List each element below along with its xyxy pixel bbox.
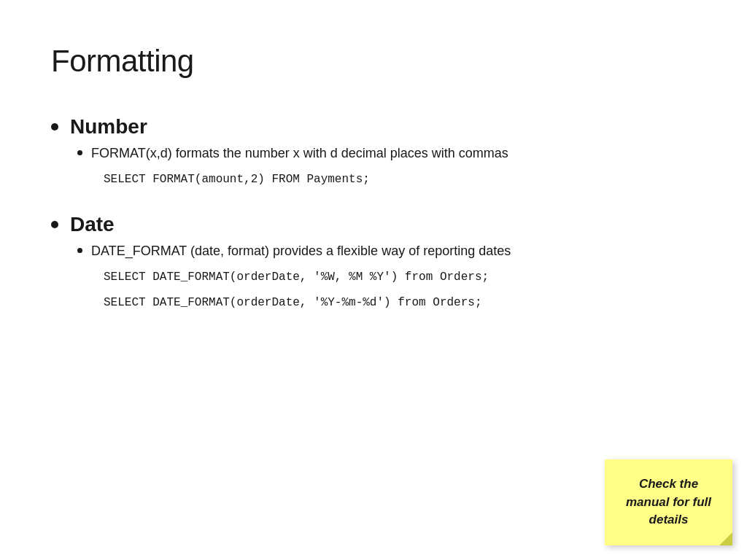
section-date-label: Date <box>51 213 696 236</box>
date-code-block-2: SELECT DATE_FORMAT(orderDate, '%Y-%m-%d'… <box>77 289 696 314</box>
content-list: Number FORMAT(x,d) formats the number x … <box>51 115 696 315</box>
section-date: Date DATE_FORMAT (date, format) provides… <box>51 213 696 314</box>
section-date-sublist: DATE_FORMAT (date, format) provides a fl… <box>51 244 696 314</box>
bullet-number <box>51 123 58 131</box>
section-number-sublist: FORMAT(x,d) formats the number x with d … <box>51 146 696 191</box>
number-sub-item: FORMAT(x,d) formats the number x with d … <box>77 146 696 161</box>
page-container: Formatting Number FORMAT(x,d) formats th… <box>0 0 747 560</box>
sticky-note-text: Check the manual for full details <box>618 475 719 529</box>
page-title: Formatting <box>51 44 696 79</box>
bullet-sub-number <box>77 150 82 155</box>
sticky-note: Check the manual for full details <box>605 459 732 545</box>
bullet-sub-date <box>77 248 82 253</box>
date-code-block-1: SELECT DATE_FORMAT(orderDate, '%W, %M %Y… <box>77 263 696 289</box>
section-number: Number FORMAT(x,d) formats the number x … <box>51 115 696 191</box>
number-code-block: SELECT FORMAT(amount,2) FROM Payments; <box>77 166 696 191</box>
bullet-date <box>51 221 58 228</box>
section-number-label: Number <box>51 115 696 139</box>
date-sub-item: DATE_FORMAT (date, format) provides a fl… <box>77 244 696 259</box>
